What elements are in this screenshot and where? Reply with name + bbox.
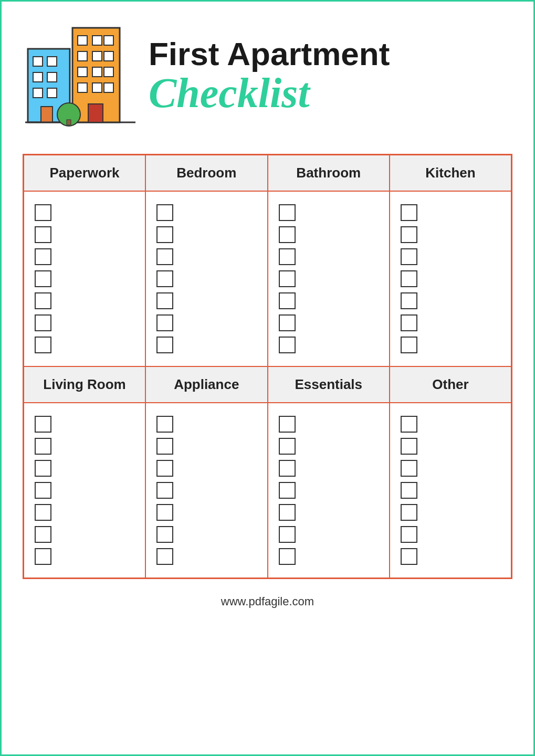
- checkbox[interactable]: [401, 337, 417, 353]
- header-other: Other: [390, 366, 512, 403]
- list-item: [156, 292, 257, 309]
- checkbox[interactable]: [156, 526, 173, 543]
- list-item: [35, 438, 134, 455]
- checkbox[interactable]: [156, 204, 173, 221]
- checkbox[interactable]: [35, 482, 51, 499]
- checkbox[interactable]: [35, 548, 51, 565]
- list-item: [401, 504, 500, 521]
- checkbox[interactable]: [279, 226, 296, 243]
- cell-bedroom: [145, 191, 268, 366]
- category-appliance: Appliance: [146, 367, 267, 402]
- list-item: [156, 548, 257, 565]
- svg-rect-13: [78, 51, 87, 61]
- checkbox[interactable]: [279, 314, 296, 331]
- checkbox[interactable]: [401, 438, 417, 455]
- list-item: [279, 460, 379, 477]
- checkbox[interactable]: [401, 526, 417, 543]
- checkbox[interactable]: [156, 416, 173, 433]
- svg-rect-2: [47, 57, 57, 66]
- category-essentials: Essentials: [268, 367, 390, 402]
- checkbox[interactable]: [35, 416, 51, 433]
- checkbox[interactable]: [401, 460, 417, 477]
- checkbox[interactable]: [35, 204, 51, 221]
- checkbox[interactable]: [156, 548, 173, 565]
- checkbox[interactable]: [401, 270, 417, 287]
- category-living-room: Living Room: [24, 367, 145, 402]
- checkbox[interactable]: [401, 248, 417, 265]
- checkbox[interactable]: [401, 226, 417, 243]
- essentials-list: [279, 411, 379, 570]
- checkbox[interactable]: [401, 504, 417, 521]
- checkbox[interactable]: [279, 504, 296, 521]
- checkbox[interactable]: [401, 314, 417, 331]
- checkbox[interactable]: [156, 226, 173, 243]
- svg-rect-5: [33, 88, 43, 98]
- checkbox[interactable]: [35, 292, 51, 309]
- header-bathroom: Bathroom: [268, 155, 390, 192]
- checkbox[interactable]: [279, 460, 296, 477]
- list-item: [156, 248, 257, 265]
- checkbox[interactable]: [156, 314, 173, 331]
- header-row-2: Living Room Appliance Essentials Other: [24, 366, 512, 403]
- list-item: [35, 548, 134, 565]
- checkbox[interactable]: [35, 526, 51, 543]
- checkbox[interactable]: [401, 204, 417, 221]
- list-item: [401, 548, 500, 565]
- checkbox[interactable]: [35, 270, 51, 287]
- list-item: [279, 416, 379, 433]
- list-item: [279, 548, 379, 565]
- svg-rect-12: [104, 36, 113, 45]
- checkbox[interactable]: [156, 504, 173, 521]
- checkbox[interactable]: [156, 482, 173, 499]
- checkbox[interactable]: [401, 416, 417, 433]
- cell-living-room: [24, 403, 146, 579]
- checkbox[interactable]: [279, 438, 296, 455]
- list-item: [156, 482, 257, 499]
- list-item: [35, 526, 134, 543]
- checkbox[interactable]: [35, 337, 51, 353]
- list-item: [35, 504, 134, 521]
- checkbox[interactable]: [35, 460, 51, 477]
- cell-bathroom: [268, 191, 390, 366]
- list-item: [35, 416, 134, 433]
- list-item: [35, 460, 134, 477]
- svg-rect-20: [92, 83, 102, 92]
- svg-rect-6: [47, 88, 57, 98]
- list-item: [401, 337, 500, 353]
- checkbox[interactable]: [35, 226, 51, 243]
- title-line2: Checklist: [149, 72, 310, 114]
- checkbox[interactable]: [279, 482, 296, 499]
- checkbox[interactable]: [279, 270, 296, 287]
- category-paperwork: Paperwork: [24, 155, 145, 191]
- checkbox[interactable]: [156, 438, 173, 455]
- svg-rect-15: [104, 51, 113, 61]
- checkbox[interactable]: [279, 292, 296, 309]
- svg-rect-17: [92, 67, 102, 77]
- checkbox[interactable]: [401, 548, 417, 565]
- list-item: [35, 337, 134, 353]
- checkbox[interactable]: [279, 416, 296, 433]
- checkbox[interactable]: [156, 337, 173, 353]
- checkbox[interactable]: [401, 292, 417, 309]
- checkbox[interactable]: [401, 482, 417, 499]
- checkbox[interactable]: [156, 248, 173, 265]
- checkbox[interactable]: [279, 337, 296, 353]
- checkbox-row-2: [24, 403, 512, 579]
- checkbox[interactable]: [35, 248, 51, 265]
- category-kitchen: Kitchen: [390, 155, 511, 191]
- list-item: [279, 438, 379, 455]
- checkbox[interactable]: [279, 248, 296, 265]
- checkbox[interactable]: [279, 526, 296, 543]
- list-item: [401, 270, 500, 287]
- checkbox[interactable]: [35, 314, 51, 331]
- checkbox[interactable]: [156, 292, 173, 309]
- list-item: [156, 526, 257, 543]
- checkbox[interactable]: [35, 504, 51, 521]
- svg-rect-4: [47, 72, 57, 82]
- checkbox[interactable]: [35, 438, 51, 455]
- checkbox[interactable]: [156, 460, 173, 477]
- list-item: [401, 204, 500, 221]
- checkbox[interactable]: [279, 548, 296, 565]
- checkbox[interactable]: [156, 270, 173, 287]
- checkbox[interactable]: [279, 204, 296, 221]
